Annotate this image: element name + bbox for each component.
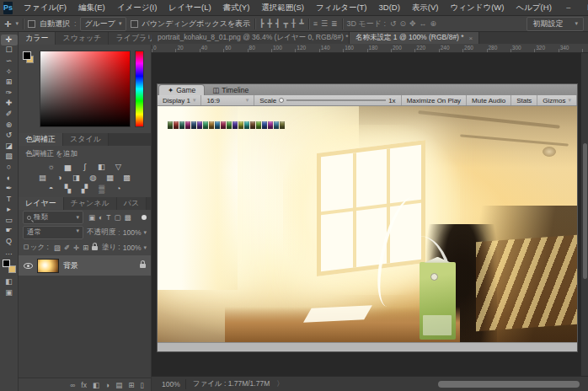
auto-select-checkbox[interactable] — [28, 20, 35, 28]
new-adjustment-layer-icon[interactable]: ◑ — [105, 381, 110, 389]
tab-paths[interactable]: パス — [117, 197, 147, 210]
tab-color[interactable]: カラー — [19, 32, 56, 45]
shape-tool[interactable]: ▭ — [1, 215, 18, 226]
lasso-tool[interactable]: ∽ — [1, 56, 18, 67]
quick-select-tool[interactable]: ✧ — [1, 67, 18, 78]
path-select-tool[interactable]: ▸ — [1, 205, 18, 216]
new-group-icon[interactable]: ▤ — [115, 381, 122, 389]
maximize-button[interactable]: ☐ — [580, 0, 588, 15]
adj-hue-saturation-icon[interactable]: ▤ — [37, 173, 48, 182]
bounding-box-checkbox[interactable] — [131, 20, 138, 28]
document-tab[interactable]: 名称未設定 1 @ 100% (RGB/8#) * × — [350, 32, 479, 44]
crop-tool[interactable]: ⊞ — [1, 77, 18, 88]
adj-curves-icon[interactable]: ∫ — [79, 162, 90, 171]
adj-black-white-icon[interactable]: ◨ — [71, 173, 82, 182]
adj-color-lookup-icon[interactable]: ▩ — [121, 173, 132, 182]
distribute-horizontal-icon[interactable]: ☰ — [321, 19, 328, 28]
new-layer-icon[interactable]: ⊞ — [128, 381, 134, 389]
align-middle-icon[interactable]: ╂ — [291, 19, 296, 28]
tab-styles[interactable]: スタイル — [63, 133, 109, 146]
foreground-color-swatch[interactable] — [23, 51, 31, 60]
scrollbar-thumb[interactable] — [583, 143, 587, 279]
quick-mask-button[interactable]: ◧ — [1, 276, 18, 287]
status-chevron-icon[interactable]: 〉 — [276, 379, 284, 389]
lock-position-icon[interactable]: ✛ — [73, 244, 79, 252]
menu-item[interactable]: ファイル(F) — [18, 0, 72, 15]
minimize-button[interactable]: – — [558, 0, 580, 15]
menu-item[interactable]: 選択範囲(S) — [255, 0, 310, 15]
tab-adjustments[interactable]: 色調補正 — [19, 133, 63, 146]
lock-paint-icon[interactable]: ✐ — [64, 244, 70, 252]
align-center-h-icon[interactable]: ╋ — [268, 19, 272, 28]
menu-item[interactable]: 表示(V) — [406, 0, 445, 15]
chevron-down-icon[interactable]: ▾ — [15, 20, 19, 27]
history-brush-tool[interactable]: ↺ — [1, 130, 18, 141]
align-bottom-icon[interactable]: ┻ — [299, 19, 303, 28]
clone-stamp-tool[interactable]: ⊛ — [1, 120, 18, 131]
screen-mode-button[interactable]: ▣ — [1, 287, 18, 297]
foreground-color-swatch[interactable] — [3, 260, 10, 267]
add-layer-mask-icon[interactable]: ◧ — [93, 381, 99, 389]
adj-threshold-icon[interactable]: ▞ — [79, 184, 90, 193]
dodge-tool[interactable]: ◐ — [1, 173, 18, 184]
delete-layer-icon[interactable]: ▯ — [140, 381, 144, 389]
lock-artboard-icon[interactable]: ⊞ — [83, 244, 88, 252]
3d-slide-icon[interactable]: ↔ — [420, 19, 427, 28]
gradient-tool[interactable]: ▧ — [1, 152, 18, 163]
blur-tool[interactable]: ○ — [1, 162, 18, 173]
eyedropper-tool[interactable]: ✑ — [1, 88, 18, 99]
opacity-field[interactable]: 不透明度 : 100% ▾ — [87, 228, 147, 238]
healing-brush-tool[interactable]: ✚ — [1, 99, 18, 110]
visibility-eye-icon[interactable] — [24, 263, 33, 269]
filter-type-icon[interactable]: T — [106, 213, 110, 222]
layer-style-icon[interactable]: fx — [81, 381, 87, 389]
canvas[interactable]: ✦ Game ◫ Timeline Display 1 ▾ — [152, 53, 588, 376]
3d-pan-icon[interactable]: ✥ — [409, 19, 416, 28]
align-top-icon[interactable]: ┳ — [283, 19, 287, 28]
edit-toolbar[interactable]: … — [1, 247, 18, 258]
blend-mode-dropdown[interactable]: 通常 ▾ — [23, 226, 83, 239]
type-tool[interactable]: T — [1, 194, 18, 205]
menu-item[interactable]: イメージ(I) — [111, 0, 163, 15]
close-icon[interactable]: × — [469, 35, 473, 42]
menu-item[interactable]: フィルター(T) — [310, 0, 373, 15]
filter-pixel-icon[interactable]: ▣ — [88, 213, 95, 222]
layer-filter-dropdown[interactable]: 種類 ▾ — [23, 211, 83, 224]
pen-tool[interactable]: ✒ — [1, 183, 18, 194]
adj-levels-icon[interactable]: ▅ — [62, 162, 73, 171]
menu-item[interactable]: ヘルプ(H) — [510, 0, 557, 15]
horizontal-scrollbar-thumb[interactable] — [438, 381, 580, 388]
menu-item[interactable]: レイヤー(L) — [163, 0, 216, 15]
adj-photo-filter-icon[interactable]: ◍ — [88, 173, 99, 182]
tab-layers[interactable]: レイヤー — [19, 197, 64, 210]
adj-selective-color-icon[interactable]: ◔ — [113, 184, 124, 193]
adj-channel-mixer-icon[interactable]: ▦ — [104, 173, 115, 182]
zoom-tool[interactable]: Q — [1, 236, 18, 247]
menu-item[interactable]: 書式(Y) — [217, 0, 256, 15]
move-tool[interactable]: ✛ — [1, 35, 18, 46]
adj-exposure-icon[interactable]: ◧ — [96, 162, 107, 171]
lock-all-icon[interactable] — [92, 246, 98, 250]
eraser-tool[interactable]: ◪ — [1, 141, 18, 152]
filter-adjustment-icon[interactable]: ◐ — [99, 213, 103, 222]
3d-scale-icon[interactable]: ⊕ — [430, 19, 437, 28]
horizontal-ruler[interactable]: 0204060801001201401601802002202402602803… — [152, 44, 588, 53]
saturation-brightness-picker[interactable] — [40, 51, 131, 127]
layer-row-background[interactable]: 背景 — [19, 255, 151, 276]
3d-roll-icon[interactable]: ⊙ — [400, 19, 407, 28]
distribute-vertical-icon[interactable]: ≡ — [313, 19, 318, 28]
layer-thumbnail[interactable] — [37, 259, 59, 273]
adj-gradient-map-icon[interactable]: ▒ — [96, 184, 107, 193]
lock-transparency-icon[interactable]: ▨ — [54, 244, 61, 252]
adj-brightness-contrast-icon[interactable]: ☼ — [45, 162, 56, 171]
document-tab[interactable]: portrait_kohaku_8_01.png @ 36.4% (レイヤー 0… — [152, 32, 350, 44]
zoom-level-field[interactable]: 100% — [157, 379, 186, 389]
pasted-screenshot[interactable]: ✦ Game ◫ Timeline Display 1 ▾ — [157, 83, 578, 352]
auto-select-dropdown[interactable]: グループ ▾ — [80, 17, 126, 31]
distribute-spacing-icon[interactable]: ≣ — [331, 19, 338, 28]
link-layers-icon[interactable]: ∞ — [70, 381, 75, 389]
hand-tool[interactable]: ☛ — [1, 226, 18, 237]
brush-tool[interactable]: ✐ — [1, 109, 18, 120]
vertical-scrollbar[interactable] — [580, 53, 588, 376]
align-left-icon[interactable]: ┣ — [259, 19, 264, 28]
